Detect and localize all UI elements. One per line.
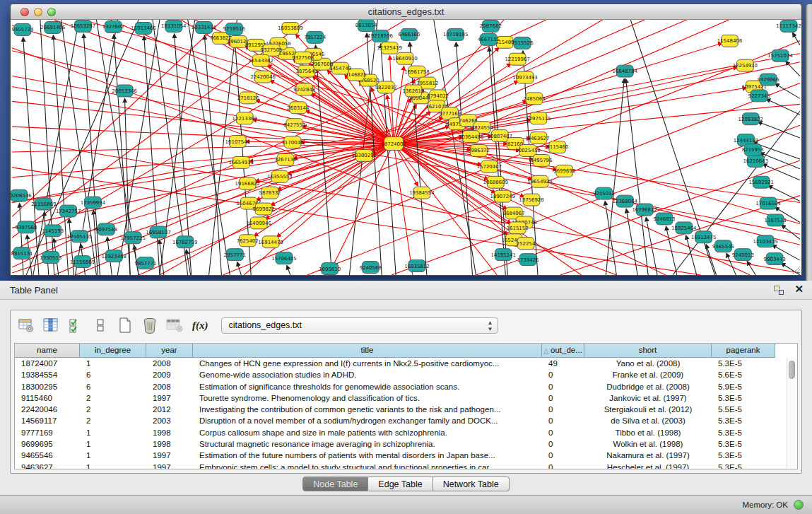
graph-node[interactable]: 6794022 [427,90,449,102]
graph-node[interactable]: 9465546 [712,240,734,252]
table-row[interactable]: 969969511998Structural magnetic resonanc… [15,438,797,450]
graph-node[interactable]: 7957224 [304,31,326,43]
graph-node[interactable]: 9699822 [253,203,275,215]
graph-node[interactable]: 7485063 [524,93,546,105]
table-row[interactable]: 946362711997Embryonic stem cells: a mode… [15,462,797,469]
delete-column-icon[interactable] [141,316,159,334]
graph-node[interactable]: 18131054 [161,20,187,32]
graph-node[interactable]: 4667135 [478,33,500,45]
graph-node[interactable]: 10925464 [671,222,697,234]
citation-edge[interactable] [144,36,160,275]
citation-edge[interactable] [12,86,800,234]
graph-node[interactable]: 13756928 [519,194,543,206]
graph-node[interactable]: 12368064 [613,195,638,207]
table-selector-dropdown[interactable]: citations_edges.txt ▲▼ [221,317,498,334]
citation-edge[interactable] [45,211,49,275]
graph-node[interactable]: 9245012 [593,187,615,199]
citation-edge[interactable] [329,144,394,275]
citation-edge[interactable] [83,20,800,223]
window-titlebar[interactable]: citations_edges.txt [11,4,801,20]
citation-edge[interactable] [20,204,23,275]
graph-node[interactable]: 16654933 [229,156,254,168]
graph-node[interactable]: 1167533 [765,214,787,226]
graph-node[interactable]: 10688609 [483,176,508,188]
graph-node[interactable]: 9777169 [439,107,461,119]
citation-edge[interactable] [782,225,800,239]
float-panel-icon[interactable] [774,286,784,295]
citation-edge[interactable] [93,210,98,275]
graph-node[interactable]: 15913466 [131,22,155,34]
citation-edge[interactable] [747,261,755,275]
graph-node[interactable]: 12213369 [233,112,257,124]
graph-node[interactable]: 9455724 [12,23,35,35]
graph-node[interactable]: 5495796 [530,154,552,166]
citation-edge[interactable] [23,37,39,275]
network-view-window[interactable]: citations_edges.txt 18724007183002951938… [10,4,802,276]
column-visibility-icon[interactable] [42,316,60,334]
graph-node[interactable]: 9246813 [653,213,675,225]
citation-edge[interactable] [394,66,404,144]
table-settings-icon[interactable] [17,316,35,334]
rows-icon[interactable] [91,316,110,334]
graph-node[interactable]: 18640910 [392,52,417,64]
tab-node-table[interactable]: Node Table [302,477,368,491]
graph-node[interactable]: 16912475 [691,231,716,243]
citation-edge[interactable] [381,44,396,275]
graph-node[interactable]: 9242848 [293,83,315,95]
graph-node[interactable]: 17342757 [56,205,81,217]
column-header-title[interactable]: title [193,344,542,358]
scrollbar-thumb[interactable] [789,361,795,379]
graph-node[interactable]: 16782759 [172,236,197,248]
graph-node[interactable]: 8915131 [11,247,33,259]
table-row[interactable]: 1938455462009Genome-wide association stu… [15,369,797,380]
graph-node[interactable]: 12923468 [102,250,126,262]
function-icon[interactable]: f(x) [192,320,208,332]
citation-edge[interactable] [69,218,74,275]
citation-edge[interactable] [394,62,800,144]
tab-edge-table[interactable]: Edge Table [368,477,433,491]
network-canvas[interactable]: 1872400718300295193845549990444679402216… [11,20,801,275]
graph-node[interactable]: 9245013 [732,249,754,261]
graph-node[interactable]: 16914479 [258,236,283,248]
graph-node[interactable]: 9463627 [527,132,549,144]
column-header-year[interactable]: year [146,344,193,358]
graph-node[interactable]: 9097548 [95,223,117,235]
citation-edge[interactable] [287,265,290,275]
column-header-in_degree[interactable]: in_degree [80,344,146,358]
graph-node[interactable]: 9327505 [261,44,283,56]
graph-node[interactable]: 10653287 [71,20,95,32]
column-header-name[interactable]: name [15,344,80,358]
graph-node[interactable]: 2603144 [287,102,310,114]
table-row[interactable]: 1872400712008Changes of HCN gene express… [15,358,797,369]
graph-node[interactable]: 11156869 [70,256,95,268]
graph-node[interactable]: 15751074 [767,49,793,62]
graph-node[interactable]: 1362615 [402,85,424,97]
column-header-short[interactable]: short [584,344,712,358]
graph-node[interactable]: 1695810 [319,263,341,275]
graph-node[interactable]: 252254 [517,238,536,250]
graph-node[interactable]: 16543382 [248,54,273,66]
resize-grip[interactable] [792,265,801,274]
graph-node[interactable]: 9240568 [360,262,382,274]
graph-node[interactable]: 7986372 [468,145,490,157]
graph-node[interactable]: 12103435 [753,235,777,247]
graph-node[interactable]: 6466160 [398,28,420,40]
tab-network-table[interactable]: Network Table [433,477,510,491]
graph-node[interactable]: 5878332 [259,187,281,199]
graph-node[interactable]: 7515526 [512,37,534,49]
graph-node[interactable]: 9903443 [764,253,786,265]
graph-node[interactable]: 16796812 [632,204,657,216]
graph-node[interactable]: 9329966 [758,74,779,86]
column-header-pagerank[interactable]: pagerank [712,344,775,358]
table-row[interactable]: 911546021997Tourette syndrome. Phenomeno… [15,392,797,404]
graph-node[interactable]: 16958107 [146,226,170,238]
graph-node[interactable]: 1145193 [42,225,64,237]
graph-node[interactable]: 1733426 [517,254,539,266]
graph-node[interactable]: 9327508 [292,52,314,64]
memory-status-icon[interactable] [794,500,804,510]
graph-node[interactable]: 20331416 [192,21,216,33]
graph-node[interactable]: 14195141 [491,249,516,261]
graph-node[interactable]: 9857771 [135,257,157,269]
table-row[interactable]: 977716911998Corpus callosum shape and si… [15,427,797,438]
citation-edge[interactable] [237,262,242,275]
